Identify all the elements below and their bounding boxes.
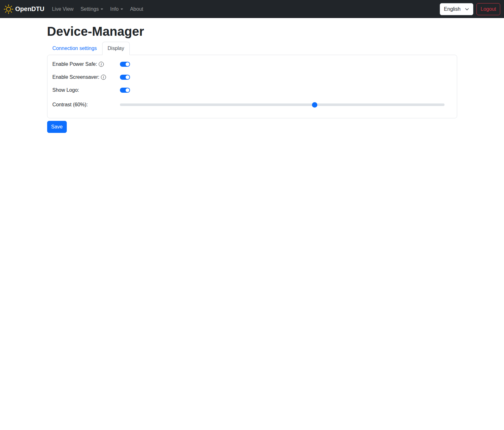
settings-form: Enable Power Safe: i Enable Screensaver:… (53, 60, 452, 110)
brand-link[interactable]: OpenDTU (4, 4, 44, 14)
field-label: Enable Power Safe: i (53, 60, 120, 68)
form-row: Enable Screensaver: i (53, 73, 452, 81)
nav-item-about[interactable]: About (128, 4, 146, 15)
slider-track[interactable] (120, 103, 445, 106)
caret-down-icon (101, 9, 103, 10)
info-icon[interactable]: i (101, 75, 106, 80)
toggle-enable-power-safe[interactable] (120, 62, 130, 67)
tab-connection-settings[interactable]: Connection settings (47, 42, 103, 55)
field-label-text: Enable Power Safe: (53, 60, 97, 68)
caret-down-icon (121, 9, 123, 10)
field-label-text: Contrast (60%): (53, 101, 88, 109)
language-select-value: English (444, 6, 460, 12)
nav-menu: Live View Settings Info About (49, 4, 148, 15)
form-row: Contrast (60%): (53, 99, 452, 110)
toggle-show-logo[interactable] (120, 88, 130, 93)
page-title: Device-Manager (47, 24, 457, 39)
field-label: Show Logo: (53, 86, 120, 94)
navbar-left: OpenDTU Live View Settings Info About (4, 4, 148, 15)
field-label-text: Enable Screensaver: (53, 73, 100, 81)
contrast-slider[interactable] (120, 101, 445, 109)
toggle-enable-screensaver[interactable] (120, 75, 130, 80)
form-row: Show Logo: (53, 86, 452, 94)
brand-label: OpenDTU (15, 5, 44, 13)
field-label-text: Show Logo: (53, 86, 79, 94)
tab-bar: Connection settings Display (47, 42, 457, 55)
sun-icon (4, 4, 13, 14)
nav-item-live-view[interactable]: Live View (49, 4, 76, 15)
save-button[interactable]: Save (47, 121, 67, 133)
logout-button[interactable]: Logout (476, 3, 500, 15)
navbar: OpenDTU Live View Settings Info About En… (0, 0, 504, 18)
info-icon[interactable]: i (99, 62, 104, 67)
field-label: Enable Screensaver: i (53, 73, 120, 81)
nav-item-settings[interactable]: Settings (78, 4, 106, 15)
language-select[interactable]: English (440, 3, 473, 15)
navbar-right: English Logout (440, 3, 500, 15)
settings-card: Enable Power Safe: i Enable Screensaver:… (47, 55, 457, 118)
slider-thumb[interactable] (312, 102, 317, 108)
field-label: Contrast (60%): (53, 101, 120, 109)
main-content: Device-Manager Connection settings Displ… (43, 24, 461, 133)
nav-item-info[interactable]: Info (108, 4, 126, 15)
form-row: Enable Power Safe: i (53, 60, 452, 68)
tab-display[interactable]: Display (102, 42, 129, 55)
chevron-down-icon (465, 7, 469, 11)
